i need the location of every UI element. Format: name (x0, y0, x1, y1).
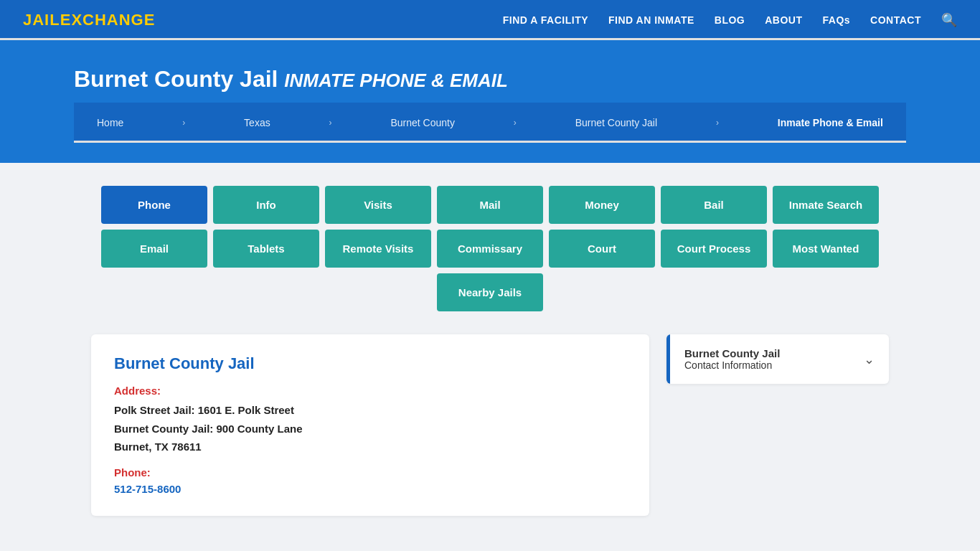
faqs-link[interactable]: FAQs (823, 14, 851, 26)
tab-grid: Phone Info Visits Mail Money Bail Inmate… (91, 186, 889, 311)
tab-most-wanted[interactable]: Most Wanted (773, 230, 879, 268)
logo-jail: JAIL (23, 11, 60, 29)
breadcrumb-sep-3: › (514, 118, 517, 128)
find-facility-link[interactable]: FIND A FACILITY (503, 14, 588, 26)
site-logo[interactable]: JAILEXCHANGE (23, 11, 155, 29)
about-link[interactable]: ABOUT (765, 14, 802, 26)
tab-court[interactable]: Court (549, 230, 655, 268)
find-inmate-link[interactable]: FIND AN INMATE (608, 14, 694, 26)
tab-bail[interactable]: Bail (661, 186, 767, 224)
tab-court-process[interactable]: Court Process (661, 230, 767, 268)
breadcrumb-sep-4: › (716, 118, 719, 128)
tab-inmate-search[interactable]: Inmate Search (773, 186, 879, 224)
contact-card-text: Burnet County Jail Contact Information (684, 347, 780, 371)
breadcrumb: Home › Texas › Burnet County › Burnet Co… (74, 103, 906, 143)
tab-row-3: Nearby Jails (91, 273, 889, 311)
breadcrumb-texas[interactable]: Texas (244, 117, 270, 128)
tab-phone[interactable]: Phone (101, 186, 207, 224)
contact-card-section: Contact Information (684, 359, 772, 371)
tab-tablets[interactable]: Tablets (213, 230, 319, 268)
breadcrumb-sep-2: › (329, 118, 332, 128)
tab-mail[interactable]: Mail (437, 186, 543, 224)
page-title-subtitle: INMATE PHONE & EMAIL (284, 70, 508, 91)
tab-nearby-jails[interactable]: Nearby Jails (437, 273, 543, 311)
tab-email[interactable]: Email (101, 230, 207, 268)
tab-info[interactable]: Info (213, 186, 319, 224)
tab-row-1: Phone Info Visits Mail Money Bail Inmate… (91, 186, 889, 224)
logo-exchange-x: E (60, 11, 72, 29)
contact-sidebar-card: Burnet County Jail Contact Information ⌄ (666, 334, 889, 384)
breadcrumb-current: Inmate Phone & Email (778, 117, 883, 128)
nav-links: FIND A FACILITY FIND AN INMATE BLOG ABOU… (503, 12, 957, 28)
chevron-down-icon[interactable]: ⌄ (864, 352, 875, 367)
contact-card-header[interactable]: Burnet County Jail Contact Information ⌄ (666, 334, 889, 384)
address-line-3: Burnet, TX 78611 (114, 438, 626, 456)
tab-remote-visits[interactable]: Remote Visits (325, 230, 431, 268)
hero-section: Burnet County Jail INMATE PHONE & EMAIL … (0, 40, 980, 163)
tab-row-2: Email Tablets Remote Visits Commissary C… (91, 230, 889, 268)
tab-visits[interactable]: Visits (325, 186, 431, 224)
contact-link[interactable]: CONTACT (870, 14, 921, 26)
main-content: Phone Info Visits Mail Money Bail Inmate… (74, 163, 906, 539)
address-text: Polk Street Jail: 1601 E. Polk Street Bu… (114, 401, 626, 456)
address-label: Address: (114, 385, 626, 397)
breadcrumb-home[interactable]: Home (97, 117, 123, 128)
cards-row: Burnet County Jail Address: Polk Street … (91, 334, 889, 516)
breadcrumb-burnet-jail[interactable]: Burnet County Jail (575, 117, 657, 128)
logo-exchange-rest: XCHANGE (71, 11, 155, 29)
contact-card-name: Burnet County Jail (684, 347, 780, 359)
address-line-1: Polk Street Jail: 1601 E. Polk Street (114, 401, 626, 420)
page-title: Burnet County Jail INMATE PHONE & EMAIL (74, 66, 906, 93)
tab-commissary[interactable]: Commissary (437, 230, 543, 268)
info-card: Burnet County Jail Address: Polk Street … (91, 334, 649, 516)
info-card-title: Burnet County Jail (114, 354, 626, 373)
page-title-main: Burnet County Jail (74, 66, 278, 92)
breadcrumb-sep-1: › (182, 118, 185, 128)
search-icon[interactable]: 🔍 (941, 12, 957, 28)
phone-number[interactable]: 512-715-8600 (114, 483, 181, 495)
tab-money[interactable]: Money (549, 186, 655, 224)
blog-link[interactable]: BLOG (715, 14, 745, 26)
breadcrumb-burnet-county[interactable]: Burnet County (390, 117, 455, 128)
main-nav: JAILEXCHANGE FIND A FACILITY FIND AN INM… (0, 0, 980, 40)
phone-label: Phone: (114, 466, 626, 479)
address-line-2: Burnet County Jail: 900 County Lane (114, 420, 626, 438)
